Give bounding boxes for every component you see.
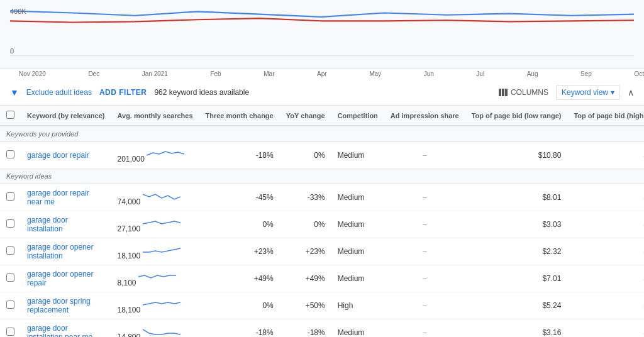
row-checkbox[interactable] <box>6 150 14 158</box>
avg-searches-value: 14,800 <box>118 333 141 338</box>
competition-cell: Medium <box>331 238 384 265</box>
trend-sparkline <box>143 306 180 314</box>
ad-impression-cell: – <box>384 265 465 292</box>
keyword-cell[interactable]: garage door installation near me <box>21 319 111 338</box>
avg-searches-cell: 27,100 <box>111 211 199 238</box>
ad-impression-cell: – <box>384 319 465 338</box>
avg-searches-cell: 74,000 <box>111 184 199 211</box>
x-label-0: Nov 2020 <box>19 70 46 77</box>
bid-low-cell: $8.01 <box>465 184 568 211</box>
collapse-button[interactable]: ∧ <box>628 87 634 97</box>
select-all-checkbox[interactable] <box>6 111 14 119</box>
x-label-10: Sep <box>580 70 592 77</box>
header-three-month[interactable]: Three month change <box>199 106 280 126</box>
columns-button[interactable]: COLUMNS <box>498 87 548 97</box>
keyword-view-label: Keyword view <box>562 88 608 97</box>
bid-high-cell: $52.50 <box>567 184 644 211</box>
bid-low-cell: $10.80 <box>465 142 568 168</box>
avg-searches-cell: 18,100 <box>111 238 199 265</box>
row-checkbox[interactable] <box>6 273 14 282</box>
header-ad-impression[interactable]: Ad impression share <box>384 106 465 126</box>
header-bid-low[interactable]: Top of page bid (low range) <box>465 106 568 126</box>
columns-icon <box>498 87 508 97</box>
row-checkbox-col[interactable] <box>0 142 21 168</box>
bid-low-cell: $5.24 <box>465 292 568 319</box>
yoy-cell: +50% <box>280 292 331 319</box>
keyword-cell[interactable]: garage door repair near me <box>21 184 111 211</box>
row-checkbox-col[interactable] <box>0 292 21 319</box>
trend-sparkline <box>143 333 180 338</box>
keyword-cell[interactable]: garage door opener installation <box>21 238 111 265</box>
yoy-cell: -18% <box>280 319 331 338</box>
ad-impression-cell: – <box>384 238 465 265</box>
trend-chart <box>10 8 634 58</box>
keyword-view-button[interactable]: Keyword view ▾ <box>556 85 620 100</box>
avg-searches-value: 27,100 <box>118 224 141 233</box>
keyword-count: 962 keyword ideas available <box>154 88 249 97</box>
x-label-3: Feb <box>210 70 221 77</box>
header-checkbox-col <box>0 106 21 126</box>
filter-icon: ▼ <box>10 87 19 97</box>
header-bid-high[interactable]: Top of page bid (high range) <box>567 106 644 126</box>
avg-searches-cell: 14,800 <box>111 319 199 338</box>
table-row: garage door opener installation 18,100 +… <box>0 238 644 265</box>
table-header: Keyword (by relevance) Avg. monthly sear… <box>0 106 644 126</box>
row-checkbox[interactable] <box>6 246 14 255</box>
keyword-cell[interactable]: garage door installation <box>21 211 111 238</box>
three-month-cell: +23% <box>199 238 280 265</box>
yoy-cell: 0% <box>280 211 331 238</box>
header-keyword[interactable]: Keyword (by relevance) <box>21 106 111 126</box>
x-label-1: Dec <box>88 70 99 77</box>
bid-low-cell: $3.03 <box>465 211 568 238</box>
trend-sparkline <box>143 251 180 260</box>
header-avg-searches[interactable]: Avg. monthly searches <box>111 106 199 126</box>
header-competition[interactable]: Competition <box>331 106 384 126</box>
x-label-7: Jun <box>424 70 434 77</box>
bid-high-cell: $59.19 <box>567 142 644 168</box>
competition-cell: Medium <box>331 265 384 292</box>
avg-searches-cell: 8,100 <box>111 265 199 292</box>
exclude-adult-link[interactable]: Exclude adult ideas <box>26 88 92 97</box>
ad-impression-cell: – <box>384 184 465 211</box>
row-checkbox[interactable] <box>6 301 14 309</box>
ad-impression-cell: – <box>384 142 465 168</box>
table-row: garage door installation near me 14,800 … <box>0 319 644 338</box>
row-checkbox-col[interactable] <box>0 184 21 211</box>
svg-rect-1 <box>499 89 501 96</box>
table-row: garage door opener repair 8,100 +49% +49… <box>0 265 644 292</box>
three-month-cell: 0% <box>199 211 280 238</box>
competition-cell: High <box>331 292 384 319</box>
ad-impression-cell: – <box>384 292 465 319</box>
competition-cell: Medium <box>331 211 384 238</box>
section-provided-label: Keywords you provided <box>0 126 644 142</box>
yoy-cell: 0% <box>280 142 331 168</box>
ad-impression-cell: – <box>384 211 465 238</box>
x-label-5: Apr <box>317 70 327 77</box>
yoy-cell: +23% <box>280 238 331 265</box>
keyword-cell[interactable]: garage door spring replacement <box>21 292 111 319</box>
three-month-cell: -45% <box>199 184 280 211</box>
three-month-cell: +49% <box>199 265 280 292</box>
keyword-cell[interactable]: garage door repair <box>21 142 111 168</box>
add-filter-button[interactable]: ADD FILTER <box>99 88 147 97</box>
columns-label: COLUMNS <box>511 88 548 97</box>
row-checkbox-col[interactable] <box>0 211 21 238</box>
x-label-2: Jan 2021 <box>142 70 168 77</box>
x-label-8: Jul <box>476 70 484 77</box>
bid-low-cell: $2.32 <box>465 238 568 265</box>
three-month-cell: -18% <box>199 142 280 168</box>
row-checkbox-col[interactable] <box>0 238 21 265</box>
chart-y-label-top: 400K <box>10 8 26 15</box>
three-month-cell: -18% <box>199 319 280 338</box>
avg-searches-cell: 18,100 <box>111 292 199 319</box>
section-ideas-label: Keyword ideas <box>0 168 644 184</box>
row-checkbox[interactable] <box>6 192 14 201</box>
row-checkbox[interactable] <box>6 328 14 336</box>
keyword-cell[interactable]: garage door opener repair <box>21 265 111 292</box>
row-checkbox-col[interactable] <box>0 265 21 292</box>
header-yoy[interactable]: YoY change <box>280 106 331 126</box>
row-checkbox[interactable] <box>6 219 14 228</box>
row-checkbox-col[interactable] <box>0 319 21 338</box>
avg-searches-value: 8,100 <box>118 279 136 287</box>
avg-searches-value: 18,100 <box>118 251 141 260</box>
